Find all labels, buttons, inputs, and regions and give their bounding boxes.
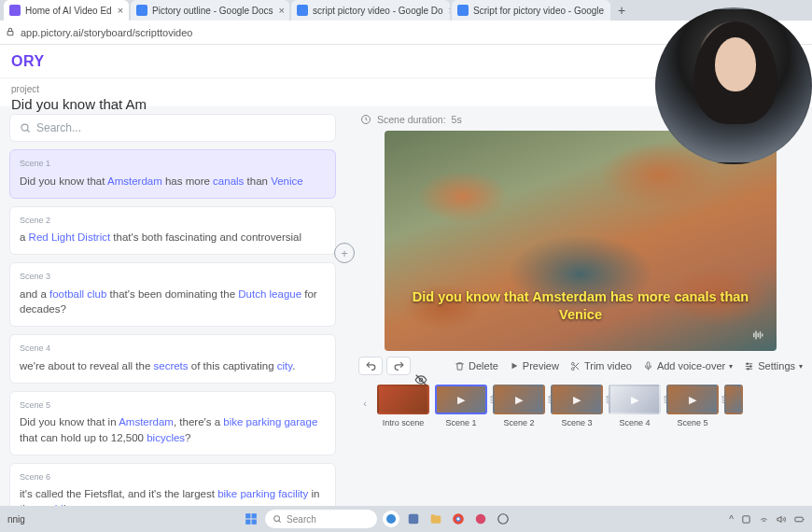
tab-title: script pictory video - Google Do [313,6,443,16]
taskbar-left-text: nnig [7,514,25,525]
timeline-thumb: ▶ [435,385,487,414]
timeline-item[interactable] [724,385,743,414]
svg-point-15 [386,514,396,524]
scene-text: it's called the Fietsflat, and it's the … [20,486,326,506]
scene-label: Scene 4 [20,343,326,355]
chrome-icon[interactable] [450,511,467,527]
timeline-item[interactable]: ▶ Scene 2 [493,385,545,427]
video-preview[interactable]: Did you know that Amsterdam has more can… [385,131,777,351]
duration-label: Scene duration: [377,114,446,125]
close-icon[interactable]: × [449,5,450,16]
chevron-down-icon: ▾ [729,362,733,371]
timeline-thumb: ▶ [493,385,545,414]
main-area: Search... Scene 1 Did you know that Amst… [0,106,812,506]
search-icon [273,514,282,524]
svg-point-8 [748,368,749,370]
close-icon[interactable]: × [279,5,285,16]
timeline-thumb [377,385,429,414]
chevron-up-icon[interactable]: ^ [729,514,734,525]
add-scene-button[interactable]: + [334,243,355,263]
windows-taskbar: nnig Search ^ [0,506,812,532]
redo-button[interactable] [386,357,411,375]
scene-text: we're about to reveal all the secrets of… [20,358,326,373]
tab-title: Pictory outline - Google Docs [152,6,273,16]
play-icon [510,361,519,371]
svg-rect-23 [795,517,803,522]
scene-card[interactable]: Scene 1 Did you know that Amsterdam has … [9,149,336,199]
voiceover-button[interactable]: Add voice-over ▾ [643,360,733,371]
play-icon: ▶ [631,394,638,406]
scene-list-panel: Search... Scene 1 Did you know that Amst… [0,106,345,506]
scene-text: Did you know that in Amsterdam, there's … [20,414,326,444]
file-explorer-icon[interactable] [427,511,444,527]
scene-card[interactable]: Scene 5 Did you know that in Amsterdam, … [9,391,336,455]
new-tab-button[interactable]: + [612,3,631,18]
svg-rect-22 [743,515,749,522]
clock-icon [360,114,371,125]
preview-panel: Scene duration: 5s + Did you know that A… [345,106,812,506]
scene-label: Scene 5 [20,399,326,412]
search-placeholder: Search... [36,121,81,134]
scene-label: Scene 6 [20,471,326,483]
browser-tab[interactable]: Pictory outline - Google Docs × [131,0,289,21]
scene-label: Scene 3 [20,271,326,283]
scene-label: Scene 1 [20,158,326,170]
scene-card[interactable]: Scene 2 a Red Light District that's both… [9,206,336,256]
svg-rect-10 [245,513,250,518]
tray-icon[interactable] [741,514,751,525]
volume-icon[interactable] [777,514,787,525]
mic-icon [643,361,653,371]
svg-point-4 [571,367,574,370]
play-icon: ▶ [573,394,581,406]
play-icon: ▶ [689,394,696,406]
undo-button[interactable] [358,357,383,375]
timeline-item[interactable]: ▶ Scene 3 [551,385,603,427]
svg-point-19 [457,518,460,521]
system-tray[interactable]: ^ [729,514,805,525]
favicon-icon [9,5,21,16]
scene-card[interactable]: Scene 4 we're about to reveal all the se… [9,334,336,384]
close-icon[interactable]: × [609,5,610,16]
svg-point-20 [476,514,486,525]
svg-point-21 [498,514,509,525]
duration-value: 5s [452,114,462,125]
copilot-icon[interactable] [383,511,399,527]
timeline-item[interactable]: ▶ Scene 1 [435,385,487,427]
close-icon[interactable]: × [118,5,123,16]
browser-tab[interactable]: Script for pictory video - Google × [452,0,610,21]
favicon-icon [297,5,308,16]
timeline-thumb: ▶ [551,385,603,414]
taskbar-app-icon[interactable] [472,511,489,527]
svg-point-6 [747,362,749,364]
caption-overlay: Did you know that Amsterdam has more can… [385,288,777,325]
scene-card[interactable]: Scene 3 and a football club that's been … [9,262,336,327]
browser-tab[interactable]: script pictory video - Google Do × [291,0,450,21]
timeline-item[interactable]: ▶ Scene 5 [666,385,719,427]
browser-tab[interactable]: Home of AI Video Ed × [4,0,129,21]
timeline-item[interactable]: ▶ Scene 4 [609,385,661,427]
trash-icon [455,361,465,371]
pictory-logo[interactable]: ORY [11,53,45,70]
timeline-thumb: ▶ [609,385,661,414]
timeline-item[interactable]: Intro scene [377,385,429,427]
wifi-icon[interactable] [759,514,769,525]
delete-button[interactable]: Delete [455,360,498,371]
battery-icon[interactable] [794,514,805,525]
svg-rect-0 [7,31,13,35]
taskbar-app-icon[interactable] [405,511,422,527]
svg-rect-16 [409,514,419,525]
trim-button[interactable]: Trim video [570,360,632,371]
presenter-webcam [655,7,812,164]
scissors-icon [570,361,581,371]
tab-title: Script for pictory video - Google [473,6,604,16]
settings-button[interactable]: Settings ▾ [744,360,803,371]
favicon-icon [457,5,469,16]
svg-point-1 [21,124,28,131]
scene-card[interactable]: Scene 6 it's called the Fietsflat, and i… [9,463,336,506]
taskbar-search[interactable]: Search [265,510,377,528]
taskbar-app-icon[interactable] [495,511,511,527]
search-input[interactable]: Search... [9,114,336,142]
preview-button[interactable]: Preview [510,360,559,371]
start-button[interactable] [243,511,259,527]
timeline-prev-button[interactable]: ‹ [358,385,371,422]
